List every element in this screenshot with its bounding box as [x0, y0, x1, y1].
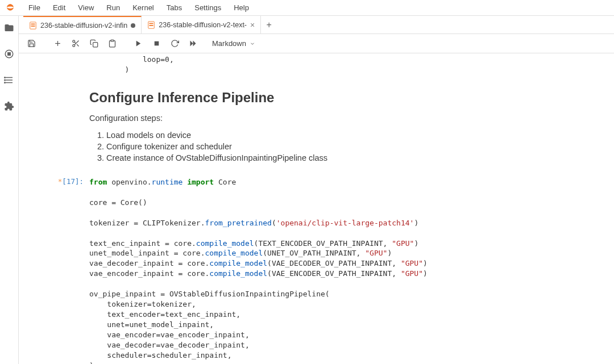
tab-notebook-2[interactable]: 236-stable-diffusion-v2-text- ×	[142, 16, 261, 34]
extension-icon[interactable]	[4, 101, 14, 111]
notebook-toolbar: Markdown	[19, 34, 614, 53]
menu-view[interactable]: View	[72, 1, 99, 14]
svg-rect-25	[154, 41, 159, 46]
svg-marker-26	[190, 41, 193, 47]
unsaved-dot-icon	[131, 23, 135, 28]
menu-kernel[interactable]: Kernel	[127, 1, 160, 14]
menu-run[interactable]: Run	[101, 1, 126, 14]
list-item: Configure tokenizer and scheduler	[106, 142, 607, 151]
jupyter-logo-icon[interactable]	[5, 2, 16, 14]
cut-button[interactable]	[68, 36, 84, 51]
save-button[interactable]	[23, 36, 39, 51]
main-area: 236-stable-diffusion-v2-infin 236-stable…	[0, 16, 614, 364]
content-area: 236-stable-diffusion-v2-infin 236-stable…	[19, 16, 614, 364]
svg-marker-24	[136, 41, 140, 47]
notebook-panel[interactable]: loop=0, ) Configure Inference Pipeline C…	[19, 53, 614, 364]
restart-button[interactable]	[167, 36, 182, 51]
md-heading: Configure Inference Pipeline	[89, 90, 607, 106]
svg-rect-13	[150, 23, 154, 24]
code-cell[interactable]: *[17]: from openvino.runtime import Core…	[19, 176, 614, 364]
restart-run-all-button[interactable]	[185, 36, 201, 51]
svg-point-8	[5, 82, 6, 83]
svg-rect-22	[93, 43, 97, 47]
code-content[interactable]: from openvino.runtime import Core core =…	[89, 177, 607, 364]
menu-tabs[interactable]: Tabs	[161, 1, 188, 14]
folder-icon[interactable]	[4, 23, 14, 33]
running-icon[interactable]	[4, 49, 14, 59]
tab-bar: 236-stable-diffusion-v2-infin 236-stable…	[19, 16, 614, 34]
tab-label: 236-stable-diffusion-v2-text-	[159, 21, 247, 29]
menu-edit[interactable]: Edit	[47, 1, 71, 14]
add-tab-button[interactable]: +	[261, 16, 277, 34]
interrupt-button[interactable]	[148, 36, 164, 51]
svg-point-17	[72, 40, 74, 43]
chevron-down-icon	[250, 41, 255, 47]
insert-cell-button[interactable]	[49, 36, 65, 51]
code-cell-fragment: loop=0, )	[19, 53, 614, 76]
run-button[interactable]	[130, 36, 146, 51]
md-paragraph: Configuration steps:	[89, 114, 607, 123]
code-content[interactable]: loop=0, )	[89, 55, 607, 75]
close-icon[interactable]: ×	[250, 21, 255, 29]
svg-line-20	[77, 44, 78, 46]
svg-rect-11	[31, 26, 35, 27]
tab-notebook-1[interactable]: 236-stable-diffusion-v2-infin	[23, 16, 142, 34]
list-item: Load models on device	[106, 131, 607, 140]
svg-point-7	[5, 80, 6, 81]
svg-rect-14	[150, 25, 154, 26]
svg-point-6	[5, 77, 6, 78]
paste-button[interactable]	[104, 36, 120, 51]
menu-settings[interactable]: Settings	[189, 1, 227, 14]
copy-button[interactable]	[86, 36, 102, 51]
activity-bar	[0, 16, 19, 364]
md-list: Load models on device Configure tokenize…	[106, 131, 607, 162]
cell-type-label: Markdown	[212, 39, 246, 48]
menubar: File Edit View Run Kernel Tabs Settings …	[0, 0, 614, 16]
svg-point-18	[72, 44, 74, 47]
svg-rect-23	[111, 40, 114, 41]
svg-rect-10	[31, 23, 35, 24]
markdown-cell[interactable]: Configure Inference Pipeline Configurati…	[19, 76, 614, 166]
toc-icon[interactable]	[4, 75, 14, 85]
menu-file[interactable]: File	[23, 1, 46, 14]
tab-label: 236-stable-diffusion-v2-infin	[40, 22, 127, 30]
menu-help[interactable]: Help	[228, 1, 255, 14]
list-item: Create instance of OvStableDiffusionInpa…	[106, 153, 607, 162]
svg-rect-2	[8, 53, 11, 56]
input-prompt: *[17]:	[19, 177, 89, 364]
notebook-icon	[29, 22, 37, 30]
notebook-icon	[147, 21, 155, 29]
svg-marker-27	[193, 41, 196, 47]
svg-line-21	[74, 42, 76, 43]
cell-type-select[interactable]: Markdown	[208, 37, 260, 49]
